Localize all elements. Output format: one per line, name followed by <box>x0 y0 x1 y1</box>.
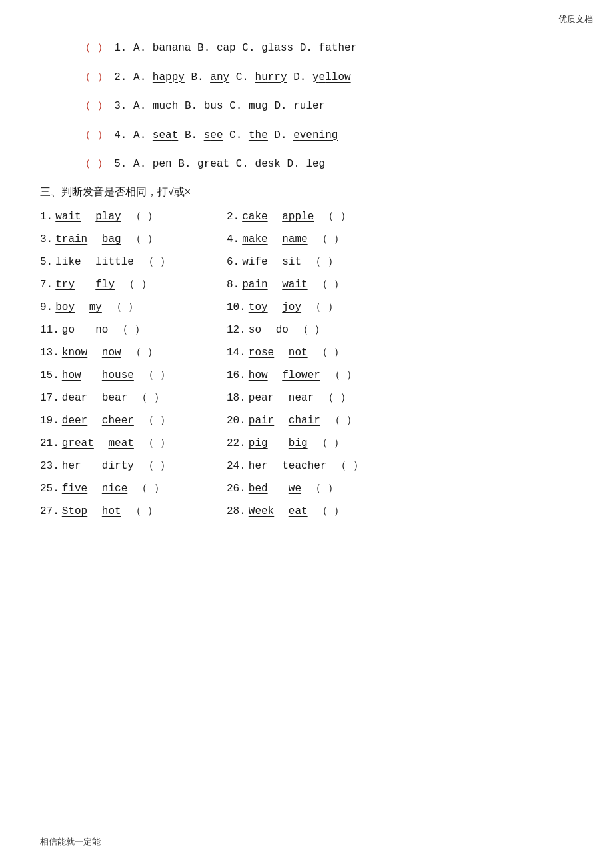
mc-letter-D4: D. <box>274 129 293 141</box>
judge-word-big: big <box>289 433 308 454</box>
multiple-choice-section: （ ） 1. A. banana B. cap C. glass D. fath… <box>40 40 573 173</box>
judge-col1-3: 5. like little （ ） <box>40 251 227 273</box>
mc-word-desk: desk <box>255 158 281 170</box>
mc-letter-B1: B. <box>197 42 217 54</box>
judge-paren-13: （ ） <box>131 342 159 363</box>
mc-word-father: father <box>319 42 358 54</box>
judge-row-10: 19. deer cheer （ ） 20. pair chair （ ） <box>40 410 573 431</box>
mc-letter-D3: D. <box>274 100 293 112</box>
judge-word-her2: her <box>249 455 268 477</box>
mc-num-3: 3. <box>114 100 133 112</box>
judge-num-1: 1. <box>40 206 53 227</box>
mc-paren-3: （ ） <box>80 100 108 112</box>
mc-word-bus: bus <box>204 100 223 112</box>
judge-word-flower: flower <box>282 365 320 386</box>
judge-num-12: 12. <box>227 319 246 341</box>
judge-num-19: 19. <box>40 410 59 431</box>
judge-col1-8: 15. how house （ ） <box>40 365 227 386</box>
judge-word-near: near <box>289 387 314 409</box>
judge-num-27: 27. <box>40 501 59 522</box>
judge-word-know: know <box>62 342 87 363</box>
judge-col1-2: 3. train bag （ ） <box>40 229 227 250</box>
judge-col1-5: 9. boy my （ ） <box>40 297 227 318</box>
judge-col2-12: 24. her teacher （ ） <box>227 455 368 477</box>
judge-col2-14: 28. Week eat （ ） <box>227 501 348 522</box>
judge-num-8: 8. <box>227 274 239 295</box>
mc-word-mug: mug <box>249 100 268 112</box>
judge-word-bed: bed <box>249 478 268 499</box>
judge-row-12: 23. her dirty （ ） 24. her teacher （ ） <box>40 455 573 477</box>
judge-word-wife: wife <box>242 251 267 273</box>
judge-word-apple: apple <box>282 206 314 227</box>
judge-paren-28: （ ） <box>317 501 345 522</box>
judge-paren-2: （ ） <box>323 206 351 227</box>
judge-row-5: 9. boy my （ ） 10. toy joy （ ） <box>40 297 573 318</box>
judge-word-dirty: dirty <box>102 455 134 477</box>
judge-paren-3: （ ） <box>131 229 159 250</box>
judge-col2-9: 18. pear near （ ） <box>227 387 355 409</box>
mc-word-much: much <box>153 100 178 112</box>
judge-word-pear: pear <box>249 387 274 409</box>
judge-num-10: 10. <box>227 297 246 318</box>
judge-word-play: play <box>95 206 121 227</box>
mc-word-pen: pen <box>153 158 172 170</box>
mc-num-2: 2. <box>114 71 133 83</box>
judge-word-dear: dear <box>62 387 87 409</box>
judge-word-house: house <box>102 365 134 386</box>
judge-num-4: 4. <box>227 229 239 250</box>
mc-num-1: 1. <box>114 42 133 54</box>
judge-paren-5: （ ） <box>143 251 171 273</box>
judge-col2-1: 2. cake apple （ ） <box>227 206 355 227</box>
judge-paren-19: （ ） <box>143 410 171 431</box>
judge-col1-12: 23. her dirty （ ） <box>40 455 227 477</box>
mc-letter-B2: B. <box>191 71 210 83</box>
judge-col2-2: 4. make name （ ） <box>227 229 348 250</box>
judge-num-22: 22. <box>227 433 246 454</box>
mc-letter-D1: D. <box>300 42 319 54</box>
judge-num-14: 14. <box>227 342 246 363</box>
judge-word-sit: sit <box>282 251 301 273</box>
mc-item-1: （ ） 1. A. banana B. cap C. glass D. fath… <box>40 40 573 57</box>
judge-num-20: 20. <box>227 410 246 431</box>
judge-word-rose: rose <box>249 342 274 363</box>
watermark-top-right: 优质文档 <box>558 13 593 25</box>
judge-row-6: 11. go no （ ） 12. so do （ ） <box>40 319 573 341</box>
judge-row-11: 21. great meat （ ） 22. pig big （ ） <box>40 433 573 454</box>
judge-num-7: 7. <box>40 274 53 295</box>
judge-col1-14: 27. Stop hot （ ） <box>40 501 227 522</box>
judge-paren-10: （ ） <box>310 297 338 318</box>
mc-item-3: （ ） 3. A. much B. bus C. mug D. ruler <box>40 98 573 115</box>
mc-word-leg: leg <box>306 158 325 170</box>
judge-row-1: 1. wait play （ ） 2. cake apple （ ） <box>40 206 573 227</box>
judge-word-how1: how <box>62 365 81 386</box>
mc-paren-4: （ ） <box>80 129 108 141</box>
judge-word-deer: deer <box>62 410 87 431</box>
judge-col2-13: 26. bed we （ ） <box>227 478 342 499</box>
judge-word-stop: Stop <box>62 501 87 522</box>
judge-word-how2: how <box>249 365 268 386</box>
judge-word-joy: joy <box>282 297 301 318</box>
judge-num-21: 21. <box>40 433 59 454</box>
mc-letter-C5: C. <box>236 158 255 170</box>
mc-word-ruler: ruler <box>293 100 325 112</box>
judge-word-now: now <box>102 342 121 363</box>
judge-paren-20: （ ） <box>330 410 358 431</box>
mc-word-happy: happy <box>153 71 185 83</box>
judge-num-11: 11. <box>40 319 59 341</box>
judge-word-great: great <box>62 433 94 454</box>
mc-paren-1: （ ） <box>80 42 108 54</box>
judge-word-my: my <box>89 297 102 318</box>
judge-col1-11: 21. great meat （ ） <box>40 433 227 454</box>
judge-word-eat: eat <box>289 501 308 522</box>
judge-col1-10: 19. deer cheer （ ） <box>40 410 227 431</box>
mc-letter-A3: A. <box>133 100 153 112</box>
judge-paren-12: （ ） <box>298 319 326 341</box>
judge-num-9: 9. <box>40 297 53 318</box>
mc-item-2: （ ） 2. A. happy B. any C. hurry D. yello… <box>40 69 573 87</box>
judge-word-little: little <box>95 251 134 273</box>
judge-row-3: 5. like little （ ） 6. wife sit （ ） <box>40 251 573 273</box>
judge-col2-10: 20. pair chair （ ） <box>227 410 361 431</box>
judge-num-2: 2. <box>227 206 239 227</box>
mc-word-hurry: hurry <box>255 71 287 83</box>
judge-col1-6: 11. go no （ ） <box>40 319 227 341</box>
